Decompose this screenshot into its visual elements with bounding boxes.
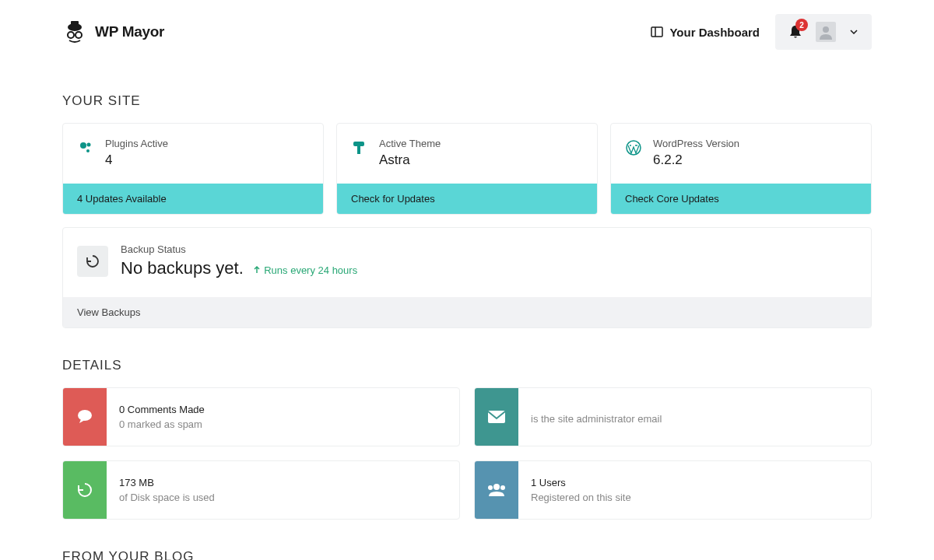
svg-rect-11 [357, 146, 360, 154]
view-backups-link[interactable]: View Backups [63, 297, 871, 327]
dashboard-link[interactable]: Your Dashboard [651, 26, 760, 39]
chevron-down-icon[interactable] [850, 30, 858, 34]
disk-icon [63, 461, 107, 519]
backup-hint: Runs every 24 hours [253, 264, 357, 276]
svg-point-13 [78, 410, 92, 421]
detail-email: is the site administrator email [474, 387, 872, 446]
svg-point-3 [75, 32, 82, 38]
card-wordpress: WordPress Version 6.2.2 Check Core Updat… [610, 123, 872, 215]
detail-disk: 173 MB of Disk space is used [62, 460, 460, 520]
card-backup: Backup Status No backups yet. Runs every… [62, 227, 872, 328]
theme-updates-link[interactable]: Check for Updates [337, 184, 597, 214]
svg-rect-14 [488, 411, 505, 423]
user-box: 2 [775, 14, 872, 50]
svg-rect-10 [353, 142, 364, 146]
svg-point-2 [68, 32, 74, 38]
section-title-details: DETAILS [62, 358, 872, 373]
backup-icon [77, 246, 108, 277]
svg-rect-4 [651, 27, 662, 37]
comments-icon [63, 388, 107, 446]
header: WP Mayor Your Dashboard 2 [62, 0, 872, 64]
card-plugins: Plugins Active 4 4 Updates Available [62, 123, 324, 215]
email-icon [475, 388, 518, 446]
section-title-your-site: YOUR SITE [62, 93, 872, 109]
wordpress-icon [625, 139, 642, 156]
detail-users: 1 Users Registered on this site [474, 460, 872, 520]
svg-point-16 [488, 485, 493, 490]
core-updates-link[interactable]: Check Core Updates [611, 184, 871, 214]
logo-icon [62, 19, 87, 44]
svg-rect-1 [71, 21, 79, 28]
section-title-from-blog: FROM YOUR BLOG [62, 549, 872, 560]
logo[interactable]: WP Mayor [62, 19, 164, 44]
svg-point-8 [87, 143, 91, 147]
users-icon [475, 461, 518, 519]
plugins-icon [77, 139, 94, 156]
svg-point-7 [80, 142, 86, 149]
notification-badge: 2 [795, 19, 808, 31]
svg-point-6 [823, 26, 829, 33]
theme-icon [351, 139, 368, 156]
plugins-updates-link[interactable]: 4 Updates Available [63, 184, 323, 214]
dashboard-icon [651, 26, 663, 38]
notifications-button[interactable]: 2 [789, 25, 802, 39]
logo-text: WP Mayor [95, 23, 164, 40]
detail-comments: 0 Comments Made 0 marked as spam [62, 387, 460, 446]
arrow-up-icon [253, 266, 261, 274]
avatar[interactable] [816, 22, 836, 42]
svg-point-9 [86, 149, 90, 152]
svg-point-17 [500, 485, 505, 490]
card-theme: Active Theme Astra Check for Updates [336, 123, 598, 215]
svg-point-15 [493, 484, 500, 490]
